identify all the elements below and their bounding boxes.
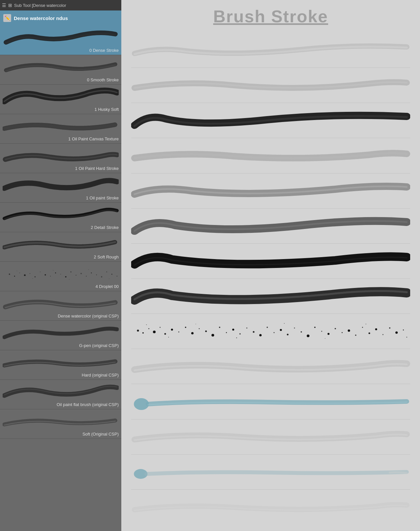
stroke-row-oil-hard bbox=[131, 174, 410, 209]
brush-item-detail-stroke[interactable]: 2 Detail Stroke bbox=[0, 203, 121, 232]
svg-point-20 bbox=[111, 274, 112, 275]
svg-point-7 bbox=[45, 274, 46, 276]
svg-point-44 bbox=[239, 333, 241, 335]
svg-point-3 bbox=[24, 275, 26, 276]
brush-item-dense-stroke[interactable]: 0 Dense Stroke bbox=[0, 26, 121, 55]
svg-point-5 bbox=[34, 276, 35, 277]
brush-label: 0 Smooth Stroke bbox=[87, 77, 119, 83]
brush-item-oil-canvas[interactable]: 1 Oil Paint Canvas Texture bbox=[0, 114, 121, 144]
stroke-row-oil-flat-orig bbox=[131, 455, 410, 490]
svg-point-46 bbox=[253, 331, 254, 333]
stroke-row-droplet bbox=[131, 314, 410, 349]
svg-point-18 bbox=[101, 276, 102, 277]
brush-item-soft-rough[interactable]: 2 Soft Rough bbox=[0, 232, 121, 262]
brush-item-smooth-stroke[interactable]: 0 Smooth Stroke bbox=[0, 55, 121, 85]
svg-point-23 bbox=[32, 278, 33, 279]
brush-item-oil-stroke[interactable]: 1 Oil paint Stroke bbox=[0, 173, 121, 203]
svg-point-13 bbox=[76, 275, 76, 276]
brush-preview-husky-soft bbox=[3, 87, 119, 106]
brush-item-husky-soft[interactable]: 1 Husky Soft bbox=[0, 85, 121, 114]
brush-list: 0 Dense Stroke 0 Smooth Stroke 1 Husky S… bbox=[0, 26, 121, 439]
brush-preview-oil-stroke bbox=[3, 175, 119, 195]
svg-point-26 bbox=[88, 269, 89, 270]
svg-point-54 bbox=[307, 335, 310, 337]
stroke-row-detail bbox=[131, 244, 410, 279]
brush-tool-icon: ✏️ bbox=[3, 14, 11, 22]
svg-point-35 bbox=[178, 332, 179, 333]
svg-point-48 bbox=[267, 327, 268, 328]
svg-point-42 bbox=[226, 332, 227, 333]
svg-point-32 bbox=[160, 327, 161, 328]
brush-item-soft-original[interactable]: Soft (Original CSP) bbox=[0, 409, 121, 439]
svg-point-73 bbox=[284, 323, 285, 324]
brush-label: 2 Detail Stroke bbox=[91, 224, 119, 231]
brush-preview-droplet bbox=[3, 264, 119, 283]
svg-point-1 bbox=[14, 276, 15, 277]
svg-point-21 bbox=[117, 276, 117, 276]
brush-preview-oil-hard bbox=[3, 146, 119, 165]
svg-point-59 bbox=[342, 332, 343, 333]
svg-point-16 bbox=[91, 273, 92, 274]
svg-point-6 bbox=[40, 272, 40, 272]
svg-point-39 bbox=[205, 331, 207, 332]
svg-point-40 bbox=[211, 334, 214, 337]
svg-point-45 bbox=[246, 328, 247, 329]
svg-point-34 bbox=[171, 329, 173, 331]
svg-point-51 bbox=[287, 334, 289, 336]
brush-label: 0 Dense Stroke bbox=[89, 47, 119, 53]
svg-point-68 bbox=[403, 330, 404, 331]
brush-label: Oil paint flat brush (original CSP) bbox=[57, 401, 119, 408]
svg-point-70 bbox=[168, 337, 169, 337]
menu-icon[interactable]: ☰ bbox=[2, 3, 6, 8]
page-title: Brush Stroke bbox=[131, 7, 410, 26]
brush-preview-detail-stroke bbox=[3, 205, 119, 224]
svg-point-63 bbox=[369, 333, 370, 334]
svg-point-61 bbox=[355, 335, 356, 336]
stroke-row-husky bbox=[131, 103, 410, 138]
right-panel: Brush Stroke bbox=[121, 0, 420, 531]
svg-point-27 bbox=[109, 278, 110, 279]
stroke-row-oil-canvas bbox=[131, 138, 410, 173]
svg-point-15 bbox=[86, 276, 87, 276]
brush-preview-soft-rough bbox=[3, 234, 119, 254]
grid-icon[interactable]: ⊞ bbox=[8, 3, 12, 8]
svg-point-53 bbox=[301, 331, 302, 333]
svg-point-67 bbox=[395, 332, 398, 334]
brush-label: 2 Soft Rough bbox=[94, 254, 119, 260]
brush-preview-soft-original bbox=[3, 411, 119, 431]
brush-label: 1 Oil Paint Canvas Texture bbox=[68, 136, 119, 142]
svg-point-29 bbox=[142, 332, 144, 334]
brush-item-dense-original[interactable]: Dense watercolor (original CSP) bbox=[0, 291, 121, 321]
toolbar: ☰ ⊞ Sub Tool [Dense watercolor bbox=[0, 0, 121, 10]
brush-item-oil-flat-original[interactable]: Oil paint flat brush (original CSP) bbox=[0, 380, 121, 409]
svg-point-69 bbox=[146, 324, 147, 325]
svg-point-47 bbox=[259, 334, 262, 337]
brush-label: Dense watercolor (original CSP) bbox=[58, 313, 119, 319]
svg-point-28 bbox=[137, 330, 139, 332]
brush-label: 1 Oil Paint Hard Stroke bbox=[75, 165, 119, 172]
svg-point-50 bbox=[280, 329, 282, 331]
svg-point-30 bbox=[148, 328, 149, 329]
svg-point-19 bbox=[107, 272, 107, 272]
svg-point-58 bbox=[335, 328, 336, 329]
svg-point-65 bbox=[382, 334, 383, 335]
stroke-row-hard-orig bbox=[131, 419, 410, 455]
svg-point-4 bbox=[30, 273, 30, 274]
svg-point-71 bbox=[195, 324, 196, 324]
svg-point-49 bbox=[273, 332, 274, 333]
svg-point-9 bbox=[55, 273, 56, 274]
stroke-row-smooth bbox=[131, 68, 410, 103]
stroke-row-soft-rough bbox=[131, 279, 410, 314]
brush-item-droplet[interactable]: 4 Droplet 00 bbox=[0, 262, 121, 291]
brush-label: 4 Droplet 00 bbox=[95, 283, 119, 290]
brush-label: 1 Oil paint Stroke bbox=[86, 195, 119, 201]
svg-point-38 bbox=[199, 328, 200, 329]
brush-item-hard-original[interactable]: Hard (original CSP) bbox=[0, 350, 121, 380]
svg-point-41 bbox=[219, 327, 220, 328]
brush-preview-gpen-original bbox=[3, 323, 119, 342]
brush-item-oil-hard[interactable]: 1 Oil Paint Hard Stroke bbox=[0, 144, 121, 173]
brush-preview-oil-flat-original bbox=[3, 382, 119, 401]
svg-point-11 bbox=[65, 276, 67, 277]
brush-item-gpen-original[interactable]: G-pen (original CSP) bbox=[0, 321, 121, 350]
svg-point-55 bbox=[314, 327, 315, 328]
